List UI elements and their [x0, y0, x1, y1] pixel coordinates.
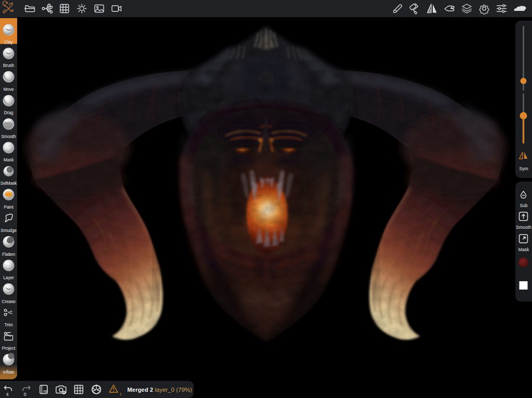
svg-text:layer_0 (79%): layer_0 (79%) [155, 387, 192, 393]
svg-text:4: 4 [6, 392, 9, 397]
svg-text:1: 1 [119, 392, 122, 396]
svg-text:0: 0 [24, 392, 26, 397]
svg-text:Merged 2: Merged 2 [127, 387, 153, 393]
